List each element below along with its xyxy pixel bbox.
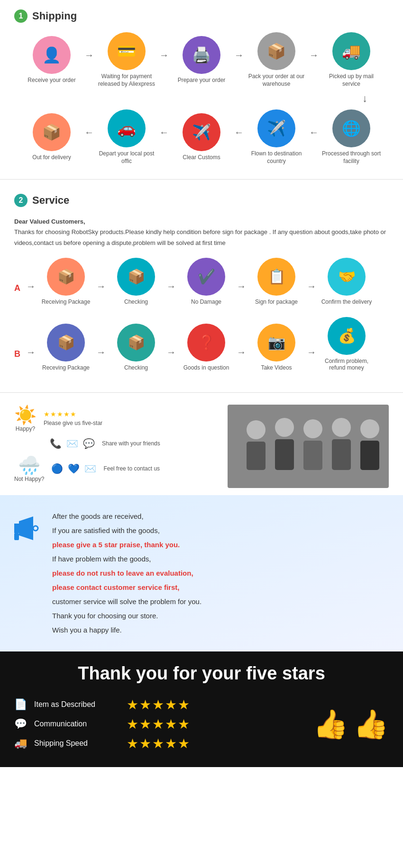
arrow-r4: ← bbox=[309, 127, 319, 147]
process-b-row: B → 📦 Receving Package → 📦 Checking → ❓ … bbox=[14, 317, 389, 371]
flow-item-out: 📦 Out for delivery bbox=[21, 113, 82, 162]
proc-b-arrow-4: → bbox=[307, 347, 316, 371]
service-intro-body: Thanks for choosing RobotSky products.Pl… bbox=[14, 228, 386, 246]
proc-b-item-3: 📷 Take Videos bbox=[248, 324, 305, 371]
rating-row-2: 🚚 Shipping Speed ★★★★★ bbox=[14, 736, 303, 751]
proc-b-label-2: Goods in question bbox=[183, 364, 229, 371]
proc-a-label-1: Checking bbox=[124, 298, 148, 305]
rating-stars-0: ★★★★★ bbox=[127, 697, 191, 713]
ratings-list: 📄 Item as Described ★★★★★ 💬 Communicatio… bbox=[14, 693, 303, 755]
proc-b-icon-4: 💰 bbox=[328, 317, 366, 355]
rating-row-1: 💬 Communication ★★★★★ bbox=[14, 716, 303, 732]
proc-a-item-1: 📦 Checking bbox=[108, 258, 165, 305]
process-a-row: A → 📦 Receiving Package → 📦 Checking → ✔… bbox=[14, 258, 389, 305]
not-happy-cloud-icon: 🌧️ bbox=[18, 455, 40, 476]
proc-a-icon-3: 📋 bbox=[257, 258, 295, 296]
pickup-label: Picked up by mail service bbox=[321, 73, 382, 88]
flow-item-2: 🖨️ Prepare your order bbox=[171, 36, 232, 84]
thumbs-up-icons: 👍 👍 bbox=[313, 707, 389, 741]
share-text: Share with your friends bbox=[102, 440, 160, 447]
thankyou-section: Thank you for your five stars 📄 Item as … bbox=[0, 651, 403, 767]
payment-label: Waiting for payment released by Aliexpre… bbox=[96, 73, 157, 88]
proc-b-item-1: 📦 Checking bbox=[108, 324, 165, 371]
communication-icon: 💬 bbox=[14, 718, 27, 730]
shipping-flow: 👤 Receive your order → 💳 Waiting for pay… bbox=[14, 32, 389, 165]
proc-a-arrow-2: → bbox=[166, 281, 176, 305]
svg-rect-13 bbox=[14, 533, 19, 540]
proc-b-icon-0: 📦 bbox=[47, 324, 85, 362]
happy-text: Please give us five-star bbox=[44, 420, 102, 426]
cta-megaphone-icon bbox=[9, 512, 43, 551]
proc-a-label-2: No Damage bbox=[191, 298, 221, 305]
happy-section: ☀️ Happy? ★★★★★ Please give us five-star… bbox=[0, 398, 403, 495]
processed-label: Processed through sort facility bbox=[321, 150, 382, 165]
cta-line8: Thank you for choosing our store. bbox=[52, 612, 158, 620]
cta-section: After the goods are received, If you are… bbox=[0, 495, 403, 651]
svg-point-1 bbox=[247, 420, 266, 439]
proc-a-icon-0: 📦 bbox=[47, 258, 85, 296]
proc-b-arrow-0: → bbox=[26, 347, 36, 371]
out-delivery-icon: 📦 bbox=[33, 113, 71, 151]
customs-icon: ✈️ bbox=[183, 113, 220, 151]
thumbs-up-2: 👍 bbox=[353, 707, 389, 741]
svg-rect-2 bbox=[247, 442, 266, 470]
proc-a-icon-2: ✔️ bbox=[187, 258, 225, 296]
cta-line2: If you are satisfied with the goods, bbox=[52, 526, 160, 534]
proc-a-arrow-3: → bbox=[237, 281, 246, 305]
svg-marker-11 bbox=[14, 524, 19, 533]
thankyou-title: Thank you for your five stars bbox=[14, 663, 389, 684]
proc-a-icon-1: 📦 bbox=[117, 258, 155, 296]
proc-a-label-0: Receiving Package bbox=[42, 298, 91, 305]
svg-rect-10 bbox=[360, 441, 379, 470]
contact-icons: 🔵 💙 ✉️ bbox=[51, 463, 96, 474]
shipping-section: 1 Shipping 👤 Receive your order → 💳 Wait… bbox=[0, 0, 403, 174]
flown-label: Flown to destination country bbox=[246, 150, 307, 165]
receive-label: Receive your order bbox=[27, 77, 75, 84]
down-arrow-container: ↓ bbox=[14, 92, 389, 105]
proc-b-item-4: 💰 Confirm problem, refund money bbox=[318, 317, 375, 371]
proc-a-item-2: ✔️ No Damage bbox=[178, 258, 235, 305]
proc-b-icon-2: ❓ bbox=[187, 324, 225, 362]
proc-a-item-3: 📋 Sign for package bbox=[248, 258, 305, 305]
cta-line1: After the goods are received, bbox=[52, 512, 144, 520]
proc-b-label-0: Receving Package bbox=[42, 364, 90, 371]
process-b-label: B bbox=[14, 349, 20, 371]
arrow-r3: ← bbox=[234, 127, 244, 147]
prepare-icon: 🖨️ bbox=[183, 36, 220, 74]
cta-line6: please contact customer service first, bbox=[52, 583, 179, 591]
svg-rect-6 bbox=[303, 441, 322, 470]
arrow-r1: ← bbox=[84, 127, 94, 147]
service-title: 2 Service bbox=[14, 194, 389, 207]
shipping-row1: 👤 Receive your order → 💳 Waiting for pay… bbox=[14, 32, 389, 88]
cta-line9: Wish you a happy life. bbox=[52, 626, 122, 634]
process-a-label: A bbox=[14, 283, 20, 305]
svg-point-7 bbox=[332, 418, 351, 437]
ratings-and-thumbs: 📄 Item as Described ★★★★★ 💬 Communicatio… bbox=[14, 693, 389, 755]
cta-line3: please give a 5 star praise, thank you. bbox=[52, 541, 180, 549]
share-icons: 📞 ✉️ 💬 bbox=[50, 438, 95, 449]
proc-b-icon-1: 📦 bbox=[117, 324, 155, 362]
flow-item-customs: ✈️ Clear Customs bbox=[171, 113, 232, 162]
prepare-label: Prepare your order bbox=[178, 77, 226, 84]
arrow-1: → bbox=[84, 50, 94, 70]
flow-item-1: 💳 Waiting for payment released by Aliexp… bbox=[96, 32, 157, 88]
not-happy-label: Not Happy? bbox=[14, 476, 44, 482]
flown-icon: ✈️ bbox=[257, 109, 295, 147]
svg-rect-4 bbox=[275, 439, 294, 470]
processed-icon: 🌐 bbox=[332, 109, 370, 147]
rating-stars-2: ★★★★★ bbox=[127, 736, 191, 751]
pack-icon: 📦 bbox=[257, 32, 295, 70]
section-divider-2 bbox=[0, 392, 403, 393]
flow-item-processed: 🌐 Processed through sort facility bbox=[321, 109, 382, 165]
proc-a-arrow-4: → bbox=[307, 281, 316, 305]
proc-a-arrow-0: → bbox=[26, 281, 36, 305]
chat-icon: 💬 bbox=[83, 438, 95, 449]
pack-label: Pack your order at our warehouse bbox=[246, 73, 307, 88]
flow-item-depart: 🚗 Depart your local post offic bbox=[96, 109, 157, 165]
depart-icon: 🚗 bbox=[108, 109, 146, 147]
proc-b-arrow-2: → bbox=[166, 347, 176, 371]
proc-a-arrow-1: → bbox=[96, 281, 106, 305]
happy-row: ☀️ Happy? ★★★★★ Please give us five-star bbox=[14, 405, 218, 432]
svg-marker-12 bbox=[19, 516, 33, 540]
happy-sun-icon: ☀️ bbox=[14, 405, 37, 425]
